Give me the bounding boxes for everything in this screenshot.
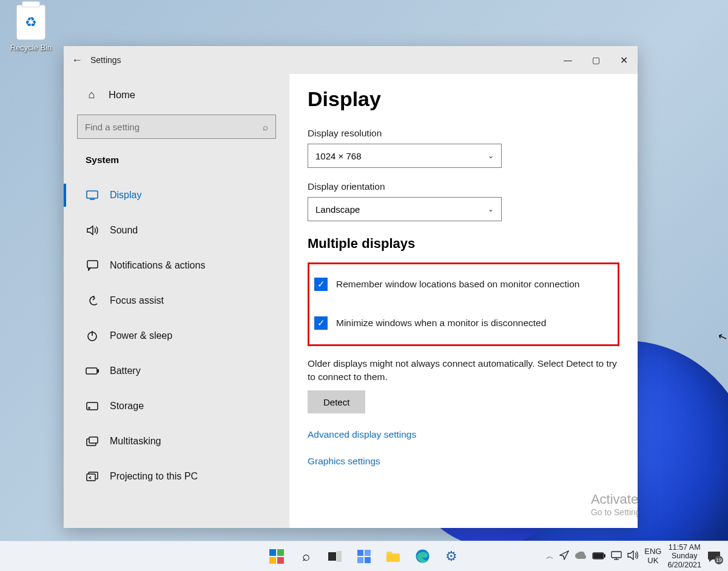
sidebar-item-display[interactable]: Display (64, 178, 289, 213)
tray-overflow-button[interactable]: ︿ (546, 551, 554, 562)
task-view-button[interactable] (322, 543, 348, 570)
system-tray: ︿ ENG UK 11:57 AM Sunday 6/20/2021 (546, 543, 728, 569)
edge-icon (416, 549, 430, 563)
svg-point-8 (89, 407, 90, 409)
action-center-button[interactable]: 19 (707, 551, 721, 562)
sidebar-item-multitasking[interactable]: Multitasking (64, 424, 289, 459)
minimize-on-disconnect-checkbox-row[interactable]: ✓ Minimize windows when a monitor is dis… (314, 310, 608, 336)
orientation-dropdown[interactable]: Landscape ⌄ (308, 197, 502, 221)
close-button[interactable]: ✕ (610, 46, 638, 74)
sidebar: ⌂ Home Find a setting ⌕ System Display (64, 74, 289, 528)
svg-rect-11 (328, 552, 336, 561)
multiple-displays-heading: Multiple displays (308, 236, 619, 252)
resolution-value: 1024 × 768 (315, 151, 362, 161)
widgets-icon (357, 550, 371, 563)
file-explorer-button[interactable] (380, 543, 406, 570)
sidebar-item-label: Power & sleep (110, 330, 172, 341)
sidebar-nav: Display Sound Notifications & actions (64, 178, 289, 494)
advanced-display-settings-link[interactable]: Advanced display settings (308, 429, 619, 440)
graphics-settings-link[interactable]: Graphics settings (308, 456, 619, 467)
edge-browser-button[interactable] (409, 543, 436, 570)
sidebar-item-battery[interactable]: Battery (64, 353, 289, 389)
widgets-button[interactable] (351, 543, 377, 570)
sidebar-item-power-sleep[interactable]: Power & sleep (64, 318, 289, 353)
maximize-button[interactable]: ▢ (582, 46, 610, 74)
mouse-cursor: ↖ (716, 329, 728, 345)
sidebar-item-notifications[interactable]: Notifications & actions (64, 248, 289, 283)
display-icon (86, 190, 99, 200)
sidebar-item-label: Projecting to this PC (110, 471, 198, 482)
desktop-icon-recycle-bin[interactable]: ♻ Recycle Bin (7, 5, 55, 53)
svg-rect-2 (87, 261, 98, 268)
volume-icon[interactable] (627, 550, 638, 562)
svg-rect-21 (604, 555, 605, 557)
svg-rect-0 (87, 191, 98, 198)
settings-content: Display Display resolution 1024 × 768 ⌄ … (289, 74, 638, 528)
resolution-dropdown[interactable]: 1024 × 768 ⌄ (308, 144, 502, 168)
clock-time: 11:57 AM (667, 543, 701, 552)
minimize-on-disconnect-label: Minimize windows when a monitor is disco… (336, 318, 546, 329)
watermark-subtitle: Go to Settings to activate Windows (591, 507, 638, 517)
sidebar-item-projecting[interactable]: Projecting to this PC (64, 459, 289, 494)
recycle-bin-icon: ♻ (16, 5, 46, 40)
titlebar: ← Settings — ▢ ✕ (64, 46, 638, 74)
search-placeholder: Find a setting (85, 122, 140, 132)
svg-rect-12 (337, 551, 342, 562)
clock-date: 6/20/2021 (667, 561, 701, 569)
focus-icon (86, 295, 99, 307)
watermark-title: Activate Windows (591, 492, 638, 507)
svg-rect-9 (89, 437, 98, 443)
task-view-icon (328, 551, 342, 562)
annotation-highlight: ✓ Remember window locations based on mon… (308, 262, 619, 346)
remember-window-locations-checkbox-row[interactable]: ✓ Remember window locations based on mon… (314, 272, 608, 297)
orientation-value: Landscape (315, 204, 360, 215)
settings-app-button[interactable]: ⚙ (438, 543, 465, 570)
svg-rect-22 (612, 552, 621, 558)
taskbar-search-button[interactable]: ⌕ (292, 543, 319, 570)
sound-icon (86, 225, 99, 236)
sidebar-item-label: Focus assist (110, 295, 164, 306)
chevron-down-icon: ⌄ (488, 205, 494, 213)
location-icon[interactable] (559, 550, 569, 562)
sidebar-item-label: Battery (110, 366, 141, 376)
sidebar-home[interactable]: ⌂ Home (64, 80, 289, 115)
activation-watermark: Activate Windows Go to Settings to activ… (591, 492, 638, 517)
svg-rect-5 (86, 368, 97, 374)
start-button[interactable] (263, 543, 290, 570)
sidebar-item-label: Multitasking (110, 436, 161, 447)
checkbox-checked-icon[interactable]: ✓ (314, 316, 328, 330)
svg-rect-17 (386, 555, 400, 562)
search-icon: ⌕ (302, 549, 310, 564)
checkbox-checked-icon[interactable]: ✓ (314, 278, 328, 291)
minimize-button[interactable]: — (554, 46, 582, 74)
storage-icon (86, 402, 99, 410)
language-primary: ENG (644, 547, 661, 556)
network-icon[interactable] (611, 550, 622, 562)
svg-rect-14 (365, 550, 371, 556)
sidebar-item-label: Notifications & actions (110, 260, 205, 271)
sidebar-item-sound[interactable]: Sound (64, 213, 289, 248)
sidebar-item-label: Display (110, 190, 141, 201)
back-button[interactable]: ← (64, 54, 90, 67)
sidebar-item-storage[interactable]: Storage (64, 389, 289, 424)
detect-button[interactable]: Detect (308, 390, 365, 413)
language-indicator[interactable]: ENG UK (644, 547, 661, 565)
chevron-down-icon: ⌄ (488, 152, 494, 160)
svg-rect-6 (98, 370, 99, 372)
svg-rect-16 (365, 557, 371, 563)
battery-tray-icon[interactable] (592, 551, 605, 561)
sidebar-item-focus-assist[interactable]: Focus assist (64, 283, 289, 318)
page-title: Display (308, 87, 619, 111)
svg-rect-10 (87, 474, 95, 481)
remember-window-locations-label: Remember window locations based on monit… (336, 279, 580, 290)
window-title: Settings (90, 55, 121, 65)
sidebar-category: System (64, 151, 289, 172)
svg-rect-20 (594, 554, 603, 558)
multitask-icon (86, 436, 99, 446)
taskbar-clock[interactable]: 11:57 AM Sunday 6/20/2021 (667, 543, 701, 569)
search-input[interactable]: Find a setting ⌕ (77, 115, 276, 139)
power-icon (86, 330, 99, 341)
onedrive-icon[interactable] (575, 551, 587, 561)
svg-rect-15 (357, 557, 363, 563)
project-icon (86, 472, 99, 481)
